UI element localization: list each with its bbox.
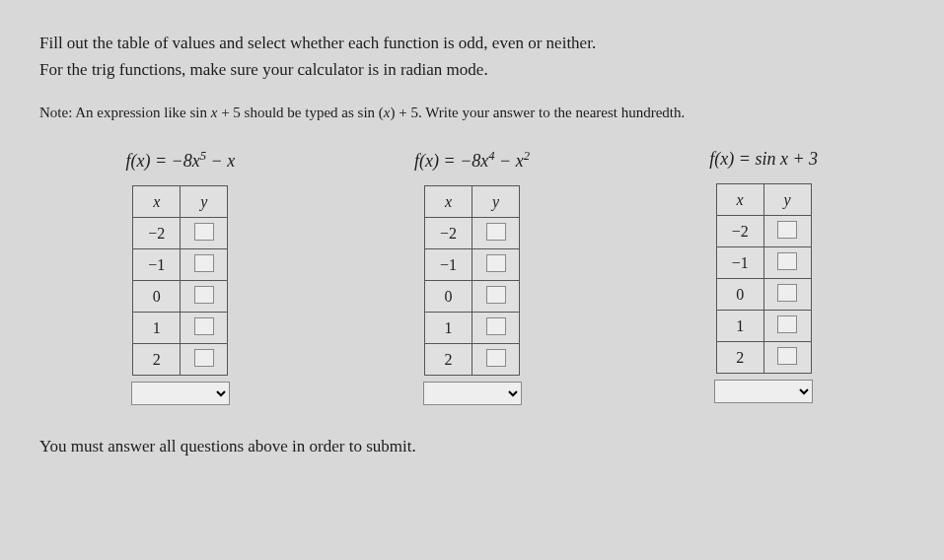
y-input[interactable] [777, 252, 797, 270]
y-input[interactable] [194, 286, 214, 304]
table-row: 1 [716, 311, 763, 342]
problem-2: f(x) = −8x4 − x2 xy −2 −1 0 1 2 [341, 149, 604, 405]
table-row: −2 [425, 218, 472, 249]
y-input[interactable] [486, 286, 506, 304]
y-input[interactable] [486, 349, 506, 367]
parity-select-3[interactable] [714, 380, 813, 403]
table-row: 2 [716, 342, 763, 374]
formula-3: f(x) = sin x + 3 [709, 149, 818, 170]
table-row: −1 [716, 247, 763, 279]
header-y: y [181, 186, 228, 218]
table-row: 0 [425, 281, 472, 313]
y-input[interactable] [777, 347, 797, 365]
y-input[interactable] [486, 223, 506, 241]
parity-select-2[interactable] [423, 382, 522, 405]
formula-1: f(x) = −8x5 − x [125, 149, 235, 172]
footer-text: You must answer all questions above in o… [39, 437, 905, 456]
header-x: x [425, 186, 472, 218]
problem-3: f(x) = sin x + 3 xy −2 −1 0 1 2 [632, 149, 895, 405]
header-y: y [763, 184, 811, 216]
table-2: xy −2 −1 0 1 2 [424, 185, 520, 376]
instructions-line-2: For the trig functions, make sure your c… [39, 56, 905, 83]
instructions-line-1: Fill out the table of values and select … [39, 30, 905, 56]
header-x: x [716, 184, 763, 216]
table-row: −2 [133, 218, 181, 249]
y-input[interactable] [486, 317, 506, 335]
table-row: 2 [425, 344, 472, 376]
y-input[interactable] [194, 223, 214, 241]
problem-1: f(x) = −8x5 − x xy −2 −1 0 1 2 [49, 149, 312, 405]
table-row: 0 [716, 279, 763, 311]
table-row: 1 [425, 313, 472, 344]
y-input[interactable] [777, 284, 797, 302]
y-input[interactable] [777, 221, 797, 239]
table-row: −2 [716, 216, 763, 247]
y-input[interactable] [486, 254, 506, 272]
table-row: −1 [425, 249, 472, 281]
table-row: 0 [133, 281, 181, 313]
table-row: 2 [133, 344, 181, 376]
table-row: −1 [133, 249, 181, 281]
y-input[interactable] [194, 349, 214, 367]
table-3: xy −2 −1 0 1 2 [716, 183, 812, 374]
parity-select-1[interactable] [131, 382, 230, 405]
y-input[interactable] [194, 254, 214, 272]
y-input[interactable] [777, 315, 797, 333]
table-row: 1 [133, 313, 181, 344]
formula-2: f(x) = −8x4 − x2 [414, 149, 530, 172]
header-y: y [472, 186, 520, 218]
y-input[interactable] [194, 317, 214, 335]
header-x: x [133, 186, 181, 218]
note-text: Note: An expression like sin x + 5 shoul… [39, 105, 905, 121]
table-1: xy −2 −1 0 1 2 [132, 185, 228, 376]
